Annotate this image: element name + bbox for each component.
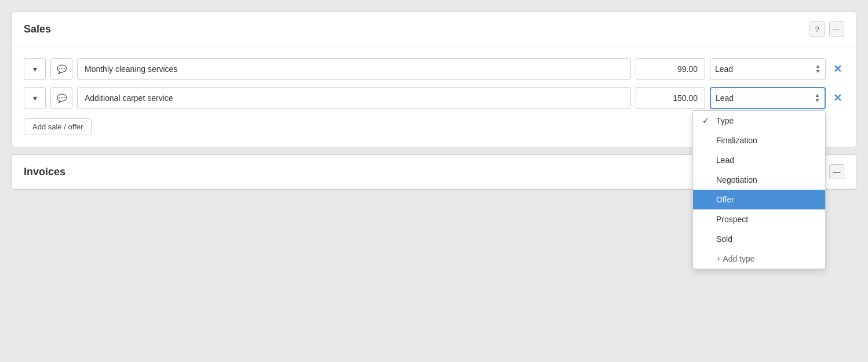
sale-row-2: ▾ 💬 Lead ▲▼ ✕ ✓ Type	[24, 87, 844, 109]
checkmark-icon: ✓	[702, 116, 712, 125]
row1-service-name-input[interactable]	[77, 58, 631, 80]
row1-status-select[interactable]: Lead ▲▼	[710, 58, 826, 80]
chat-icon: 💬	[57, 64, 67, 74]
row1-expand-button[interactable]: ▾	[24, 58, 46, 80]
add-sale-button[interactable]: Add sale / offer	[24, 118, 92, 135]
dropdown-item-lead[interactable]: Lead	[693, 150, 825, 170]
row2-expand-button[interactable]: ▾	[24, 87, 46, 109]
dropdown-item-add-type[interactable]: + Add type	[693, 249, 825, 269]
dropdown-item-negotiation[interactable]: Negotiation	[693, 170, 825, 190]
arrows-updown-icon: ▲▼	[815, 64, 820, 74]
add-sale-label: Add sale / offer	[32, 122, 83, 131]
dropdown-item-type[interactable]: ✓ Type	[693, 111, 825, 131]
sales-panel-actions: ? —	[809, 21, 844, 37]
row2-status-value: Lead	[716, 93, 815, 103]
row2-delete-button[interactable]: ✕	[830, 91, 844, 105]
dropdown-label-lead: Lead	[716, 155, 734, 165]
sales-panel-body: ▾ 💬 Lead ▲▼ ✕ ▾ 💬	[12, 46, 856, 147]
dropdown-label-negotiation: Negotiation	[716, 175, 757, 184]
chevron-down-icon: ▾	[33, 93, 37, 103]
dropdown-label-sold: Sold	[716, 234, 732, 244]
dropdown-item-prospect[interactable]: Prospect	[693, 209, 825, 229]
invoices-minimize-button[interactable]: —	[829, 164, 844, 179]
row1-status-value: Lead	[715, 64, 815, 74]
dropdown-label-type: Type	[716, 116, 734, 125]
dropdown-label-finalization: Finalization	[716, 136, 757, 145]
arrows-updown-icon: ▲▼	[815, 93, 820, 103]
row2-amount-input[interactable]	[636, 87, 705, 109]
row1-delete-button[interactable]: ✕	[830, 62, 844, 76]
dropdown-label-offer: Offer	[716, 195, 734, 204]
dropdown-label-add-type: + Add type	[716, 254, 755, 263]
sale-row-1: ▾ 💬 Lead ▲▼ ✕	[24, 58, 844, 80]
dropdown-item-sold[interactable]: Sold	[693, 229, 825, 249]
row2-chat-button[interactable]: 💬	[50, 87, 72, 109]
status-dropdown-menu: ✓ Type Finalization Lead Negotiation	[692, 110, 826, 269]
row2-service-name-input[interactable]	[77, 87, 631, 109]
sales-panel-title: Sales	[24, 23, 51, 35]
sales-panel-header: Sales ? —	[12, 12, 856, 46]
row1-amount-input[interactable]	[636, 58, 705, 80]
sales-help-button[interactable]: ?	[809, 21, 825, 37]
close-icon: ✕	[833, 63, 842, 75]
dropdown-label-prospect: Prospect	[716, 215, 748, 224]
invoices-panel-title: Invoices	[24, 166, 65, 178]
sales-panel: Sales ? — ▾ 💬 Lead ▲▼ ✕	[12, 12, 856, 147]
sales-minimize-button[interactable]: —	[829, 21, 844, 37]
chevron-down-icon: ▾	[33, 64, 37, 74]
close-icon: ✕	[833, 92, 842, 104]
row2-status-select[interactable]: Lead ▲▼	[710, 87, 826, 109]
row1-chat-button[interactable]: 💬	[50, 58, 72, 80]
dropdown-item-finalization[interactable]: Finalization	[693, 131, 825, 150]
chat-icon: 💬	[57, 93, 67, 103]
dropdown-item-offer[interactable]: Offer	[693, 190, 825, 209]
